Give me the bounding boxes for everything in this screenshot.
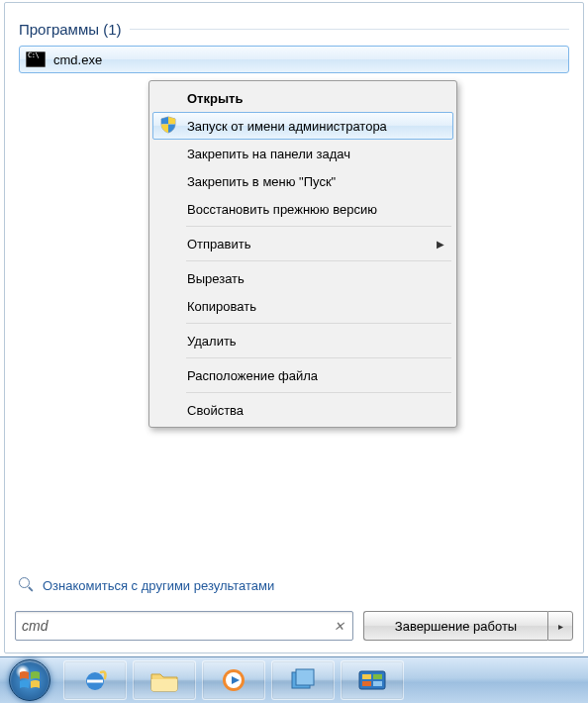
- ctx-pin-taskbar[interactable]: Закрепить на панели задач: [152, 140, 453, 167]
- taskbar-sticky-notes[interactable]: [271, 660, 335, 700]
- windows-logo-icon: [9, 659, 50, 701]
- folder-icon: [149, 667, 179, 693]
- svg-rect-4: [296, 669, 314, 685]
- more-results-link[interactable]: Ознакомиться с другими результатами: [19, 577, 274, 593]
- divider: [186, 357, 451, 358]
- start-menu-search-panel: Программы (1) cmd.exe Открыть Запуск от …: [4, 2, 584, 653]
- submenu-arrow-icon: ▶: [437, 239, 444, 250]
- cmd-icon: [26, 51, 46, 67]
- start-button[interactable]: [2, 658, 57, 702]
- taskbar-ie[interactable]: [63, 660, 127, 700]
- svg-rect-9: [373, 681, 382, 686]
- taskbar: [0, 656, 588, 703]
- divider: [186, 323, 451, 324]
- ctx-cut[interactable]: Вырезать: [152, 264, 453, 292]
- taskbar-media-player[interactable]: [202, 660, 265, 700]
- ctx-copy-label: Копировать: [187, 299, 256, 314]
- svg-rect-8: [362, 681, 371, 686]
- taskbar-explorer[interactable]: [133, 660, 196, 700]
- ctx-pin-start-label: Закрепить в меню "Пуск": [187, 174, 336, 189]
- divider: [186, 392, 451, 393]
- divider: [130, 29, 569, 30]
- divider: [186, 226, 451, 227]
- more-results-label: Ознакомиться с другими результатами: [43, 578, 274, 593]
- shutdown-group: Завершение работы ▸: [363, 611, 573, 641]
- ctx-pin-taskbar-label: Закрепить на панели задач: [187, 147, 350, 161]
- ctx-send-to[interactable]: Отправить ▶: [152, 230, 453, 257]
- svg-rect-7: [373, 674, 382, 679]
- taskbar-control-panel[interactable]: [341, 660, 404, 700]
- ctx-delete[interactable]: Удалить: [152, 327, 453, 354]
- ctx-open[interactable]: Открыть: [152, 84, 453, 112]
- ctx-send-to-label: Отправить: [187, 237, 250, 251]
- search-input[interactable]: cmd ✕: [15, 611, 353, 641]
- bottom-row: cmd ✕ Завершение работы ▸: [15, 611, 573, 641]
- ctx-properties[interactable]: Свойства: [152, 396, 453, 424]
- ctx-open-location-label: Расположение файла: [187, 368, 318, 383]
- clear-search-button[interactable]: ✕: [331, 619, 346, 634]
- uac-shield-icon: [159, 116, 177, 134]
- shutdown-menu-button[interactable]: ▸: [547, 611, 573, 641]
- shutdown-button[interactable]: Завершение работы: [363, 611, 547, 641]
- ctx-delete-label: Удалить: [187, 334, 237, 349]
- search-result-label: cmd.exe: [53, 52, 102, 67]
- sticky-notes-icon: [289, 667, 317, 693]
- section-title: Программы (1): [19, 21, 122, 38]
- search-result-cmd[interactable]: cmd.exe: [19, 46, 569, 73]
- section-header: Программы (1): [19, 21, 569, 38]
- shutdown-label: Завершение работы: [395, 619, 517, 634]
- svg-rect-5: [359, 671, 385, 689]
- ie-icon: [81, 666, 109, 694]
- ctx-open-location[interactable]: Расположение файла: [152, 361, 453, 389]
- ctx-pin-start[interactable]: Закрепить в меню "Пуск": [152, 167, 453, 195]
- search-input-value: cmd: [22, 618, 331, 634]
- ctx-open-label: Открыть: [187, 91, 243, 106]
- search-icon: [19, 577, 35, 593]
- ctx-restore-previous[interactable]: Восстановить прежнюю версию: [152, 195, 453, 223]
- divider: [186, 260, 451, 261]
- ctx-copy[interactable]: Копировать: [152, 292, 453, 320]
- chevron-right-icon: ▸: [558, 621, 563, 632]
- ctx-run-as-admin[interactable]: Запуск от имени администратора: [152, 112, 453, 140]
- ctx-properties-label: Свойства: [187, 403, 244, 418]
- control-panel-icon: [357, 668, 387, 692]
- ctx-cut-label: Вырезать: [187, 271, 245, 286]
- context-menu: Открыть Запуск от имени администратора З…: [148, 80, 457, 428]
- media-player-icon: [220, 666, 247, 694]
- ctx-restore-previous-label: Восстановить прежнюю версию: [187, 202, 377, 217]
- svg-rect-6: [362, 674, 371, 679]
- ctx-run-as-admin-label: Запуск от имени администратора: [187, 119, 387, 134]
